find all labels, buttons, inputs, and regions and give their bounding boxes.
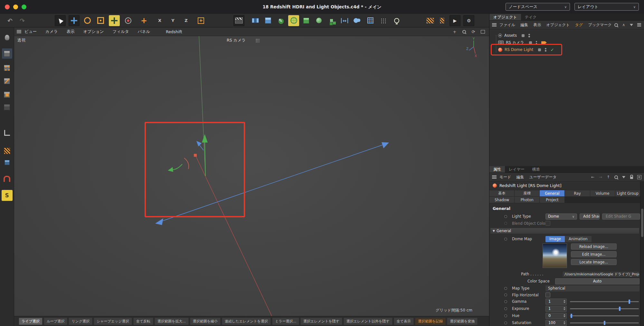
convert-selection-button[interactable]: 選択範囲を変換 (447, 318, 478, 325)
tab-takes[interactable]: テイク (521, 14, 541, 20)
history-forward-icon[interactable]: → (598, 175, 603, 179)
close-button[interactable] (5, 5, 10, 9)
up-level-icon[interactable]: ↑ (606, 175, 611, 179)
loop-selection-button[interactable]: ループ選択 (44, 318, 68, 325)
menu-display[interactable]: 表示 (66, 29, 74, 35)
layer-chip[interactable] (538, 48, 541, 51)
points-mode-icon[interactable] (2, 62, 13, 73)
exposure-slider[interactable] (570, 307, 639, 311)
workplane-icon[interactable] (2, 127, 13, 138)
film-track-small-icon[interactable] (437, 15, 448, 26)
show-all-button[interactable]: 全て表示 (394, 318, 414, 325)
matrix-dots-icon[interactable] (377, 15, 388, 26)
pan-view-icon[interactable]: + (452, 29, 457, 34)
viewport[interactable]: 透視 RS カメラ Y Z X グリッド間隔:50 cm (14, 36, 489, 316)
minimize-button[interactable] (13, 5, 18, 9)
am-menu-userdata[interactable]: ユーザーデータ (529, 174, 557, 180)
shrink-selection-button[interactable]: 選択範囲を縮小 (190, 318, 221, 325)
am-menu-mode[interactable]: モード (499, 174, 511, 180)
view-label[interactable]: 透視 (17, 38, 25, 43)
light-bulb-icon[interactable] (391, 15, 402, 26)
move-tool-icon[interactable] (69, 15, 80, 26)
hide-selected-button[interactable]: 選択エレメントを隠す (300, 318, 342, 325)
metaball-icon[interactable] (352, 15, 363, 26)
coord-system-icon[interactable] (195, 15, 206, 26)
am-menu-edit[interactable]: 編集 (516, 174, 524, 180)
exposure-stepper[interactable] (564, 307, 565, 310)
saturation-slider[interactable] (570, 321, 639, 325)
reload-image-button[interactable]: Reload Image... (571, 243, 617, 250)
tab-volume[interactable]: Volume (590, 190, 615, 196)
zoom-button[interactable] (22, 5, 26, 9)
exposure-value[interactable]: 1 (545, 306, 567, 312)
texture-axis-icon[interactable] (2, 157, 13, 168)
object-manager-menu-icon[interactable] (492, 23, 497, 26)
visibility-dots[interactable] (528, 34, 530, 37)
object-row-rs-dome-light[interactable]: RS Dome Light✓ (489, 46, 644, 53)
layer-chip[interactable] (529, 41, 532, 44)
tab-photon[interactable]: Photon (515, 197, 539, 203)
saturation-stepper[interactable] (564, 321, 565, 324)
layout-select[interactable]: レイアウト ∨ (574, 3, 639, 11)
animation-dot[interactable] (504, 307, 507, 310)
invert-all-button[interactable]: 全て反転 (133, 318, 153, 325)
add-shader-graph-button[interactable]: Add Shader Graph (580, 213, 600, 220)
rotate-tool-icon[interactable] (82, 15, 93, 26)
om-menu-edit[interactable]: 編集 (520, 22, 528, 28)
flip-horizontal-checkbox[interactable] (545, 292, 550, 297)
active-camera-icon[interactable] (541, 41, 545, 44)
lock-icon[interactable] (629, 175, 634, 179)
quantize-icon[interactable]: S (2, 190, 13, 201)
snap-magnet-icon[interactable] (2, 173, 13, 184)
history-back-icon[interactable]: ← (591, 175, 595, 179)
tab-general[interactable]: General (540, 190, 564, 196)
object-row-assets[interactable]: Assets (489, 32, 644, 39)
render-settings-gear-icon[interactable]: ⚙ (463, 15, 474, 26)
light-type-dropdown[interactable]: Dome ∨ (545, 213, 577, 220)
menu-redshift[interactable]: Redshift (166, 29, 182, 34)
select-connected-button[interactable]: 連続したエレメントを選択 (222, 318, 271, 325)
tab-ray[interactable]: Ray (565, 190, 590, 196)
hue-slider[interactable] (570, 314, 639, 318)
scroll-up-icon[interactable]: ∧ (621, 23, 626, 27)
menu-filter[interactable]: フィルタ (112, 29, 129, 35)
hdri-thumbnail[interactable] (543, 243, 567, 268)
model-head-icon[interactable] (2, 32, 13, 43)
live-selection-button[interactable]: ライブ選択 (19, 318, 43, 325)
record-selection-button[interactable]: 選択範囲を記録 (415, 318, 446, 325)
gamma-slider[interactable] (570, 300, 639, 304)
filter-icon[interactable] (629, 23, 634, 27)
mirror-selection-button[interactable]: ミラー選択... (272, 318, 299, 325)
tab-shadow[interactable]: Shadow (489, 197, 514, 203)
measure-level-icon[interactable] (250, 15, 261, 26)
layer-chip[interactable] (522, 34, 525, 37)
gamma-value[interactable]: 1 (545, 299, 567, 305)
rotate-view-icon[interactable]: ⟳ (471, 29, 476, 34)
edit-image-button[interactable]: Edit Image... (571, 251, 617, 257)
om-menu-tags[interactable]: タグ (575, 22, 583, 28)
animation-dot[interactable] (504, 300, 507, 303)
camera-menu-icon[interactable] (255, 38, 260, 43)
dome-map-tab-animation[interactable]: Animation (565, 236, 592, 242)
generator-cube-icon[interactable] (301, 15, 312, 26)
redo-icon[interactable]: ↷ (17, 15, 28, 26)
locate-image-button[interactable]: Locate Image... (571, 259, 617, 265)
tab-layers[interactable]: レイヤー (505, 166, 528, 173)
node-space-select[interactable]: ノードスペース ∨ (506, 3, 570, 11)
tab-coordinates[interactable]: 座標 (515, 190, 539, 196)
viewport-menu-icon[interactable] (17, 30, 21, 33)
dome-light-gizmo[interactable] (14, 36, 489, 316)
hue-stepper[interactable] (564, 314, 565, 317)
spacing-tool-icon[interactable]: ↔ (339, 15, 350, 26)
render-view-icon[interactable] (233, 15, 244, 26)
menu-view[interactable]: ビュー (24, 29, 37, 35)
animation-dot[interactable] (504, 238, 507, 241)
menu-camera[interactable]: カメラ (45, 29, 58, 35)
live-selection-icon[interactable] (55, 15, 66, 26)
edges-mode-icon[interactable] (2, 75, 13, 86)
path-field[interactable]: /Users/mikiomakino/Google ドライブ/_Proje (562, 271, 639, 277)
animation-dot[interactable] (504, 314, 507, 317)
gamma-stepper[interactable] (564, 300, 565, 303)
x-axis-lock-icon[interactable]: X (154, 15, 165, 26)
filter-icon[interactable] (621, 175, 626, 179)
